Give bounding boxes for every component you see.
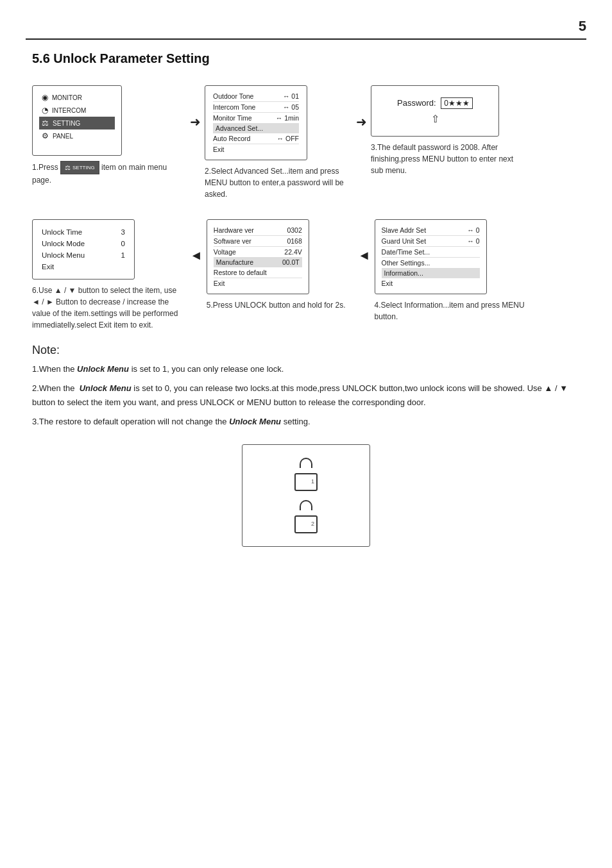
- slave-addr-item: Slave Addr Set ↔ 0: [382, 225, 480, 236]
- outdoor-tone-item: Outdoor Tone ↔ 01: [213, 91, 299, 102]
- password-row: Password: 0★★★: [397, 97, 473, 109]
- step4-caption: 4.Select Information...item and press ME…: [375, 299, 529, 322]
- lock-icon-1: 1: [294, 458, 318, 491]
- information-item: Information...: [382, 269, 480, 278]
- unlock-menu-row: Unlock Menu 1: [42, 249, 125, 261]
- setup-menu-screen: Outdoor Tone ↔ 01 Intercom Tone ↔ 05 Mon…: [205, 85, 307, 160]
- unlock-mode-row: Unlock Mode 0: [42, 238, 125, 249]
- step2-caption: 2.Select Advanced Set...item and press M…: [205, 165, 352, 200]
- menu-item-setting: ⚖ SETTING: [39, 117, 115, 129]
- section-title: 5.6 Unlock Parameter Setting: [32, 51, 580, 66]
- setup-exit-item: Exit: [213, 144, 299, 154]
- datetime-item: Date/Time Set...: [382, 247, 480, 258]
- sw-ver-item: Software ver 0168: [214, 236, 302, 247]
- hw-exit-item: Exit: [214, 278, 302, 288]
- step1-col: ◉ MONITOR ◔ INTERCOM ⚖ SETTING ⚙ PANEL 1…: [32, 85, 186, 186]
- unlock-exit-row: Exit: [42, 261, 125, 272]
- hardware-info-screen: Hardware ver 0302 Software ver 0168 Volt…: [207, 219, 309, 294]
- step5-caption: 5.Press UNLOCK button and hold for 2s.: [207, 299, 346, 311]
- page-number: 5: [579, 18, 586, 35]
- voltage-item: Voltage 22.4V: [214, 247, 302, 258]
- step6-col: Unlock Time 3 Unlock Mode 0 Unlock Menu …: [32, 219, 186, 331]
- unlock-time-row: Unlock Time 3: [42, 226, 125, 238]
- lock-body-2: 2: [294, 515, 318, 533]
- password-screen: Password: 0★★★ ⇧: [371, 85, 499, 137]
- monitor-time-item: Monitor Time ↔ 1min: [213, 113, 299, 124]
- unlock-menu-value: 1: [121, 251, 125, 259]
- settings-exit-item: Exit: [382, 278, 480, 288]
- setting-icon: ⚖: [42, 119, 49, 128]
- note-1: 1.When the Unlock Menu is set to 1, you …: [32, 362, 580, 376]
- main-menu-screen: ◉ MONITOR ◔ INTERCOM ⚖ SETTING ⚙ PANEL: [32, 85, 122, 156]
- unlock-menu-label: Unlock Menu: [42, 251, 85, 259]
- up-arrow-indicator: ⇧: [431, 113, 439, 125]
- other-settings-item: Other Settings...: [382, 258, 480, 269]
- setting-inline-icon: ⚖SETTING: [60, 161, 99, 174]
- lock-shackle-2: [300, 500, 312, 510]
- unlock-time-label: Unlock Time: [42, 228, 82, 236]
- lock-icon-2: 2: [294, 500, 318, 533]
- intercom-icon: ◔: [42, 106, 48, 115]
- unlock-time-value: 3: [121, 228, 125, 236]
- password-label: Password:: [397, 98, 438, 108]
- intercom-tone-item: Intercom Tone ↔ 05: [213, 102, 299, 113]
- notes-section: Note: 1.When the Unlock Menu is set to 1…: [32, 344, 580, 429]
- monitor-icon: ◉: [42, 93, 48, 102]
- hw-ver-item: Hardware ver 0302: [214, 225, 302, 236]
- settings-menu-screen: Slave Addr Set ↔ 0 Guard Unit Set ↔ 0 Da…: [375, 219, 487, 294]
- note-3: 3.The restore to default operation will …: [32, 415, 580, 429]
- guard-unit-item: Guard Unit Set ↔ 0: [382, 236, 480, 247]
- menu-item-intercom: ◔ INTERCOM: [39, 104, 115, 117]
- unlock-menu-bold-3: Unlock Menu: [229, 417, 281, 426]
- arrow4-left: ◄: [354, 219, 375, 263]
- auto-record-item: Auto Record ↔ OFF: [213, 133, 299, 144]
- lock-diagram: 1 2: [32, 444, 580, 547]
- restore-default-item: Restore to default: [214, 267, 302, 278]
- panel-icon: ⚙: [42, 131, 49, 140]
- notes-title: Note:: [32, 344, 580, 357]
- lock-screen: 1 2: [242, 444, 370, 547]
- step1-caption: 1.Press ⚖SETTING item on main menu page.: [32, 161, 186, 186]
- unlock-menu-bold-1: Unlock Menu: [77, 364, 129, 374]
- password-field: 0★★★: [441, 97, 473, 109]
- menu-item-monitor: ◉ MONITOR: [39, 91, 115, 104]
- step5-col: Hardware ver 0302 Software ver 0168 Volt…: [207, 219, 354, 311]
- step6-caption: 6.Use ▲ / ▼ button to select the item, u…: [32, 285, 186, 331]
- arrow2-right: ➜: [352, 85, 371, 129]
- page-divider: [26, 38, 586, 40]
- arrow1-right: ➜: [186, 85, 205, 129]
- unlock-mode-label: Unlock Mode: [42, 240, 85, 247]
- unlock-param-screen: Unlock Time 3 Unlock Mode 0 Unlock Menu …: [32, 219, 135, 280]
- step3-caption: 3.The default password is 2008. After fi…: [371, 142, 518, 176]
- setting-sym: ⚖: [65, 163, 71, 172]
- arrow3-left: ◄: [186, 219, 207, 263]
- unlock-menu-bold-2: Unlock Menu: [80, 383, 132, 393]
- step4-col: Slave Addr Set ↔ 0 Guard Unit Set ↔ 0 Da…: [375, 219, 529, 322]
- note-2: 2.When the Unlock Menu is set to 0, you …: [32, 381, 580, 410]
- advanced-set-item: Advanced Set...: [213, 124, 299, 133]
- step2-col: Outdoor Tone ↔ 01 Intercom Tone ↔ 05 Mon…: [205, 85, 352, 200]
- step3-col: Password: 0★★★ ⇧ 3.The default password …: [371, 85, 518, 176]
- unlock-exit-label: Exit: [42, 263, 54, 271]
- unlock-mode-value: 0: [121, 240, 125, 247]
- manufacture-item: Manufacture 00.0T: [214, 258, 302, 267]
- lock-shackle-1: [300, 458, 312, 468]
- lock-body-1: 1: [294, 473, 318, 491]
- menu-item-panel: ⚙ PANEL: [39, 129, 115, 142]
